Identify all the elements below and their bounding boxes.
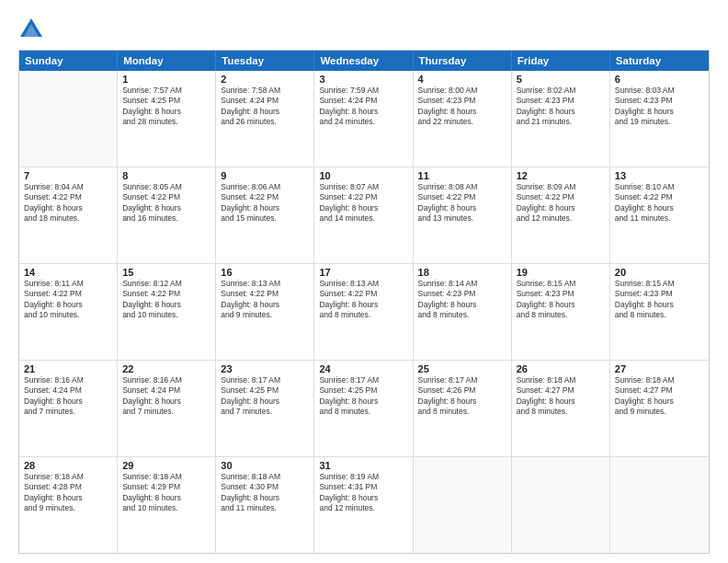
day-info: Sunrise: 8:15 AMSunset: 4:23 PMDaylight:… [517,279,605,321]
calendar-cell: 13Sunrise: 8:10 AMSunset: 4:22 PMDayligh… [610,167,709,263]
day-number: 1 [122,74,210,85]
calendar-cell: 11Sunrise: 8:08 AMSunset: 4:22 PMDayligh… [414,167,512,263]
day-number: 20 [615,267,704,278]
day-info: Sunrise: 8:12 AMSunset: 4:22 PMDaylight:… [122,279,210,321]
day-info: Sunrise: 8:18 AMSunset: 4:30 PMDaylight:… [221,472,309,514]
day-info: Sunrise: 8:09 AMSunset: 4:22 PMDaylight:… [517,182,605,224]
day-number: 29 [122,460,210,471]
calendar-cell: 20Sunrise: 8:15 AMSunset: 4:23 PMDayligh… [610,264,709,360]
header-cell-saturday: Saturday [610,51,709,71]
calendar-cell: 24Sunrise: 8:17 AMSunset: 4:25 PMDayligh… [314,361,413,456]
day-number: 31 [319,460,407,471]
calendar-row: 28Sunrise: 8:18 AMSunset: 4:28 PMDayligh… [19,456,709,553]
header-cell-wednesday: Wednesday [314,51,413,71]
calendar-cell: 29Sunrise: 8:18 AMSunset: 4:29 PMDayligh… [118,457,216,553]
day-info: Sunrise: 8:05 AMSunset: 4:22 PMDaylight:… [122,182,210,224]
calendar-cell: 14Sunrise: 8:11 AMSunset: 4:22 PMDayligh… [19,264,118,360]
calendar-cell: 22Sunrise: 8:16 AMSunset: 4:24 PMDayligh… [118,361,216,456]
calendar-row: 7Sunrise: 8:04 AMSunset: 4:22 PMDaylight… [19,167,709,263]
calendar-cell: 31Sunrise: 8:19 AMSunset: 4:31 PMDayligh… [314,457,413,553]
calendar-header: SundayMondayTuesdayWednesdayThursdayFrid… [19,51,709,71]
calendar-cell [610,457,709,553]
day-info: Sunrise: 8:06 AMSunset: 4:22 PMDaylight:… [221,182,309,224]
day-info: Sunrise: 8:18 AMSunset: 4:28 PMDaylight:… [24,472,112,514]
calendar-cell: 3Sunrise: 7:59 AMSunset: 4:24 PMDaylight… [314,71,413,167]
calendar-cell: 1Sunrise: 7:57 AMSunset: 4:25 PMDaylight… [118,71,216,167]
day-info: Sunrise: 8:17 AMSunset: 4:25 PMDaylight:… [221,375,309,418]
header-cell-thursday: Thursday [414,51,512,71]
day-info: Sunrise: 8:07 AMSunset: 4:22 PMDaylight:… [319,182,407,224]
page: SundayMondayTuesdayWednesdayThursdayFrid… [0,0,728,563]
day-info: Sunrise: 8:02 AMSunset: 4:23 PMDaylight:… [517,86,605,128]
calendar-cell: 27Sunrise: 8:18 AMSunset: 4:27 PMDayligh… [610,361,709,456]
calendar-cell: 17Sunrise: 8:13 AMSunset: 4:22 PMDayligh… [314,264,413,360]
day-number: 8 [122,170,210,181]
day-info: Sunrise: 8:03 AMSunset: 4:23 PMDaylight:… [615,86,704,128]
calendar-body: 1Sunrise: 7:57 AMSunset: 4:25 PMDaylight… [19,71,709,553]
calendar-cell: 16Sunrise: 8:13 AMSunset: 4:22 PMDayligh… [216,264,314,360]
day-info: Sunrise: 8:11 AMSunset: 4:22 PMDaylight:… [24,279,112,321]
day-info: Sunrise: 8:17 AMSunset: 4:26 PMDaylight:… [418,375,506,418]
day-number: 22 [122,363,210,374]
logo-icon [18,17,44,42]
day-info: Sunrise: 8:16 AMSunset: 4:24 PMDaylight:… [24,375,112,418]
day-info: Sunrise: 8:10 AMSunset: 4:22 PMDaylight:… [615,182,704,224]
header-cell-monday: Monday [118,51,216,71]
calendar-cell: 30Sunrise: 8:18 AMSunset: 4:30 PMDayligh… [216,457,314,553]
header-cell-sunday: Sunday [19,51,118,71]
day-number: 30 [221,460,309,471]
day-number: 24 [319,363,407,374]
calendar-cell: 8Sunrise: 8:05 AMSunset: 4:22 PMDaylight… [118,167,216,263]
day-number: 7 [24,170,112,181]
day-number: 5 [517,74,605,85]
day-number: 6 [615,74,704,85]
day-info: Sunrise: 8:18 AMSunset: 4:27 PMDaylight:… [615,375,704,418]
logo [18,17,47,42]
day-number: 11 [418,170,506,181]
calendar-cell: 25Sunrise: 8:17 AMSunset: 4:26 PMDayligh… [414,361,512,456]
day-number: 27 [615,363,704,374]
day-number: 17 [319,267,407,278]
calendar-cell: 7Sunrise: 8:04 AMSunset: 4:22 PMDaylight… [19,167,118,263]
day-number: 28 [24,460,112,471]
day-number: 13 [615,170,704,181]
day-number: 2 [221,74,309,85]
day-info: Sunrise: 8:14 AMSunset: 4:23 PMDaylight:… [418,279,506,321]
calendar-cell [512,457,610,553]
day-info: Sunrise: 8:19 AMSunset: 4:31 PMDaylight:… [319,472,407,514]
day-number: 14 [24,267,112,278]
day-number: 26 [517,363,605,374]
calendar-cell: 10Sunrise: 8:07 AMSunset: 4:22 PMDayligh… [314,167,413,263]
day-number: 19 [517,267,605,278]
day-info: Sunrise: 8:13 AMSunset: 4:22 PMDaylight:… [221,279,309,321]
day-number: 4 [418,74,506,85]
calendar-cell: 19Sunrise: 8:15 AMSunset: 4:23 PMDayligh… [512,264,610,360]
calendar-cell: 4Sunrise: 8:00 AMSunset: 4:23 PMDaylight… [414,71,512,167]
day-info: Sunrise: 8:15 AMSunset: 4:23 PMDaylight:… [615,279,704,321]
day-number: 18 [418,267,506,278]
day-info: Sunrise: 7:59 AMSunset: 4:24 PMDaylight:… [319,86,407,128]
day-info: Sunrise: 8:04 AMSunset: 4:22 PMDaylight:… [24,182,112,224]
day-number: 12 [517,170,605,181]
calendar-cell: 15Sunrise: 8:12 AMSunset: 4:22 PMDayligh… [118,264,216,360]
calendar-cell: 23Sunrise: 8:17 AMSunset: 4:25 PMDayligh… [216,361,314,456]
day-number: 15 [122,267,210,278]
calendar-cell: 28Sunrise: 8:18 AMSunset: 4:28 PMDayligh… [19,457,118,553]
day-number: 25 [418,363,506,374]
calendar-cell: 6Sunrise: 8:03 AMSunset: 4:23 PMDaylight… [610,71,709,167]
calendar-cell: 12Sunrise: 8:09 AMSunset: 4:22 PMDayligh… [512,167,610,263]
day-info: Sunrise: 8:18 AMSunset: 4:29 PMDaylight:… [122,472,210,514]
header-cell-friday: Friday [512,51,610,71]
day-number: 9 [221,170,309,181]
day-number: 21 [24,363,112,374]
day-number: 23 [221,363,309,374]
day-info: Sunrise: 8:16 AMSunset: 4:24 PMDaylight:… [122,375,210,418]
calendar-cell: 5Sunrise: 8:02 AMSunset: 4:23 PMDaylight… [512,71,610,167]
calendar-cell: 21Sunrise: 8:16 AMSunset: 4:24 PMDayligh… [19,361,118,456]
day-number: 3 [319,74,407,85]
calendar-cell [414,457,512,553]
calendar-row: 1Sunrise: 7:57 AMSunset: 4:25 PMDaylight… [19,71,709,167]
day-info: Sunrise: 8:00 AMSunset: 4:23 PMDaylight:… [418,86,506,128]
header-cell-tuesday: Tuesday [216,51,314,71]
day-info: Sunrise: 8:18 AMSunset: 4:27 PMDaylight:… [517,375,605,418]
